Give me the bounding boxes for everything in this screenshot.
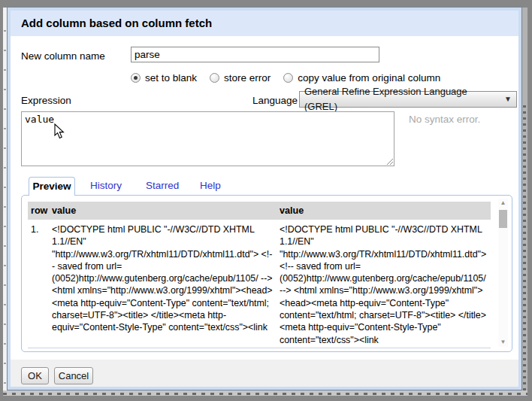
background-page-bottom-sliver bbox=[3, 390, 527, 396]
tab-preview[interactable]: Preview bbox=[29, 177, 75, 196]
dialog-title: Add column based on column fetch bbox=[21, 17, 212, 29]
column-header-value-computed: value bbox=[280, 205, 491, 216]
add-column-fetch-dialog: Add column based on column fetch New col… bbox=[8, 8, 521, 390]
tab-starred[interactable]: Starred bbox=[146, 180, 179, 191]
language-select[interactable]: General Refine Expression Language (GREL… bbox=[299, 91, 517, 108]
original-value-cell: <!DOCTYPE html PUBLIC "-//W3C//DTD XHTML… bbox=[52, 223, 280, 348]
radio-icon[interactable] bbox=[131, 73, 141, 83]
expression-label: Expression bbox=[21, 95, 71, 106]
radio-label: copy value from original column bbox=[298, 72, 440, 84]
language-label: Language bbox=[252, 95, 298, 106]
syntax-status: No syntax error. bbox=[409, 114, 480, 125]
expression-textarea[interactable]: value bbox=[21, 111, 394, 166]
screen: Add column based on column fetch New col… bbox=[0, 0, 532, 401]
radio-store-error[interactable]: store error bbox=[210, 72, 271, 84]
radio-set-to-blank[interactable]: set to blank bbox=[131, 72, 197, 84]
preview-table-header: row value value bbox=[28, 202, 491, 220]
on-error-radio-group: set to blank store error copy value from… bbox=[131, 71, 453, 84]
cancel-button[interactable]: Cancel bbox=[54, 367, 93, 384]
new-column-name-input[interactable] bbox=[131, 47, 379, 62]
radio-label: store error bbox=[224, 72, 271, 84]
column-header-value-original: value bbox=[52, 205, 280, 216]
preview-scrollbar[interactable]: ▲ ▼ bbox=[498, 199, 508, 347]
scrollbar-thumb[interactable] bbox=[499, 210, 507, 228]
new-column-name-label: New column name bbox=[21, 50, 105, 62]
table-row: 1. <!DOCTYPE html PUBLIC "-//W3C//DTD XH… bbox=[28, 223, 491, 348]
background-page-right-sliver bbox=[522, 8, 527, 393]
tab-history[interactable]: History bbox=[90, 180, 122, 191]
language-selected-option: General Refine Expression Language (GREL… bbox=[304, 84, 500, 114]
radio-label: set to blank bbox=[145, 72, 197, 84]
ok-button[interactable]: OK bbox=[21, 367, 49, 384]
dropdown-caret-icon: ▼ bbox=[504, 92, 512, 107]
tab-help[interactable]: Help bbox=[200, 180, 221, 191]
column-header-row: row bbox=[28, 205, 52, 216]
row-index-cell: 1. bbox=[28, 223, 52, 348]
radio-icon[interactable] bbox=[210, 73, 219, 83]
radio-icon[interactable] bbox=[283, 73, 293, 83]
dialog-header: Add column based on column fetch bbox=[11, 11, 518, 36]
radio-copy-value[interactable]: copy value from original column bbox=[283, 72, 440, 84]
scroll-up-icon[interactable]: ▲ bbox=[498, 199, 508, 208]
scroll-down-icon[interactable]: ▼ bbox=[498, 338, 508, 347]
computed-value-cell: <!DOCTYPE html PUBLIC "-//W3C//DTD XHTML… bbox=[280, 223, 491, 348]
preview-panel: row value value 1. <!DOCTYPE html PUBLIC… bbox=[21, 195, 512, 352]
